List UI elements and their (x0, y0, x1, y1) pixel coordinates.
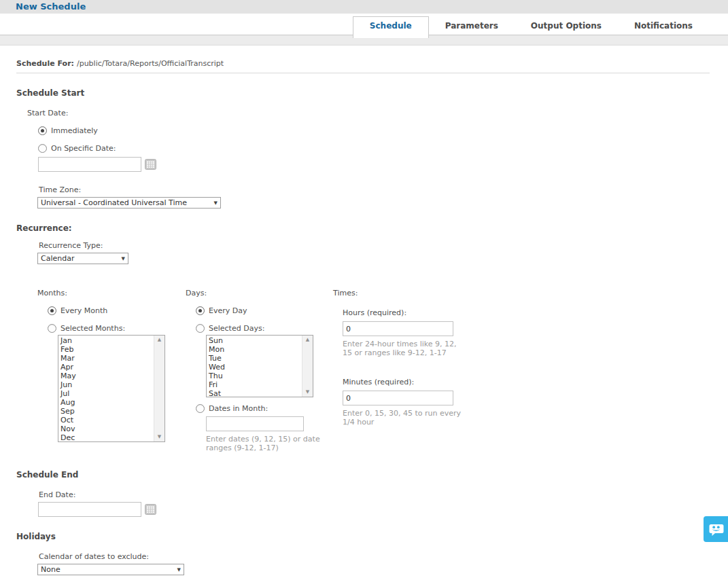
page-title: New Schedule (0, 0, 86, 14)
schedule-for-path: /public/Totara/Reports/OfficialTranscrip… (77, 59, 224, 68)
radio-icon[interactable] (196, 306, 205, 315)
radio-label: Dates in Month: (209, 404, 268, 413)
time-zone-value: Universal - Coordinated Universal Time (41, 198, 211, 208)
holidays-heading: Holidays (16, 532, 710, 541)
chevron-down-icon: ▼ (214, 200, 218, 206)
divider (16, 73, 710, 73)
listbox-option[interactable]: May (58, 372, 154, 380)
listbox-option[interactable]: Sep (58, 407, 154, 416)
scroll-down-icon[interactable]: ▼ (306, 390, 309, 395)
calendar-icon[interactable] (145, 504, 156, 515)
minutes-hint: Enter 0, 15, 30, 45 to run every 1/4 hou… (343, 409, 468, 427)
days-label: Days: (186, 289, 333, 297)
specific-date-row (38, 157, 710, 172)
months-column: Months: Every Month Selected Months: Jan… (37, 289, 186, 452)
radio-label: Every Month (60, 306, 107, 315)
chat-help-button[interactable] (704, 516, 728, 542)
hours-hint: Enter 24-hour times like 9, 12, 15 or ra… (343, 340, 468, 357)
radio-icon[interactable] (196, 324, 205, 333)
scroll-up-icon[interactable]: ▲ (158, 338, 161, 342)
scroll-down-icon[interactable]: ▼ (158, 435, 161, 439)
listbox-option[interactable]: Jul (58, 389, 154, 398)
listbox-option[interactable]: Sun (207, 336, 302, 345)
months-options: JanFebMarAprMayJunJulAugSepOctNovDec (58, 336, 154, 441)
holidays-calendar-label: Calendar of dates to exclude: (39, 552, 710, 561)
tab-output-options[interactable]: Output Options (515, 16, 618, 35)
times-label: Times: (333, 289, 489, 297)
tab-parameters[interactable]: Parameters (429, 16, 515, 35)
months-label: Months: (37, 289, 186, 297)
minutes-label: Minutes (required): (343, 378, 489, 386)
scrollbar[interactable]: ▲ ▼ (154, 336, 164, 441)
chevron-down-icon: ▼ (122, 256, 125, 261)
hours-label: Hours (required): (343, 308, 489, 317)
chat-smiley-icon (707, 520, 725, 538)
radio-dates-in-month[interactable]: Dates in Month: (196, 404, 333, 413)
radio-every-day[interactable]: Every Day (196, 306, 333, 315)
listbox-option[interactable]: Wed (207, 363, 302, 372)
radio-label: Selected Days: (209, 324, 264, 333)
end-date-input[interactable] (38, 502, 141, 517)
listbox-option[interactable]: Feb (58, 345, 154, 354)
end-date-label: End Date: (39, 490, 710, 499)
calendar-icon[interactable] (145, 159, 156, 170)
dates-in-month-input[interactable] (206, 416, 304, 431)
holidays-calendar-value: None (41, 564, 175, 575)
listbox-option[interactable]: Thu (207, 372, 302, 380)
days-options: SunMonTueWedThuFriSat (207, 336, 302, 397)
radio-icon[interactable] (48, 306, 56, 315)
months-listbox[interactable]: JanFebMarAprMayJunJulAugSepOctNovDec ▲ ▼ (58, 335, 165, 442)
schedule-for-label: Schedule For: (16, 59, 74, 68)
page-header: New Schedule (0, 0, 728, 14)
listbox-option[interactable]: Mar (58, 354, 154, 363)
calendar-recurrence-columns: Months: Every Month Selected Months: Jan… (37, 289, 710, 452)
days-listbox[interactable]: SunMonTueWedThuFriSat ▲ ▼ (206, 335, 313, 397)
schedule-form: Schedule For:/public/Totara/Reports/Offi… (0, 59, 728, 575)
specific-date-input[interactable] (38, 157, 141, 172)
recurrence-heading: Recurrence: (16, 223, 710, 233)
radio-icon[interactable] (48, 324, 56, 333)
listbox-option[interactable]: Sat (207, 389, 302, 397)
listbox-option[interactable]: Mon (207, 345, 302, 354)
schedule-for-row: Schedule For:/public/Totara/Reports/Offi… (16, 59, 710, 68)
time-zone-label: Time Zone: (39, 185, 710, 194)
radio-label: Immediately (51, 126, 98, 135)
chevron-down-icon: ▼ (177, 567, 181, 573)
listbox-option[interactable]: Nov (58, 425, 154, 433)
radio-immediately[interactable]: Immediately (38, 126, 710, 135)
end-date-row (38, 502, 710, 517)
listbox-option[interactable]: Oct (58, 416, 154, 425)
tab-notifications[interactable]: Notifications (618, 16, 709, 35)
listbox-option[interactable]: Jun (58, 380, 154, 389)
radio-icon[interactable] (38, 144, 47, 153)
radio-on-specific-date[interactable]: On Specific Date: (38, 144, 710, 153)
listbox-option[interactable]: Jan (58, 336, 154, 345)
holidays-calendar-select[interactable]: None ▼ (37, 564, 184, 575)
hours-input[interactable] (343, 321, 453, 336)
listbox-option[interactable]: Tue (207, 354, 302, 363)
dates-in-month-hint: Enter dates (9, 12, 15) or date ranges (… (206, 435, 325, 452)
scroll-up-icon[interactable]: ▲ (306, 338, 309, 342)
radio-icon[interactable] (196, 404, 205, 413)
start-date-label: Start Date: (27, 109, 710, 118)
listbox-option[interactable]: Fri (207, 380, 302, 389)
recurrence-type-select[interactable]: Calendar ▼ (37, 253, 128, 264)
radio-icon[interactable] (38, 126, 47, 135)
times-column: Times: Hours (required): Enter 24-hour t… (333, 289, 489, 452)
time-zone-select[interactable]: Universal - Coordinated Universal Time ▼ (37, 197, 221, 209)
radio-every-month[interactable]: Every Month (48, 306, 186, 315)
recurrence-type-value: Calendar (41, 253, 119, 264)
listbox-option[interactable]: Apr (58, 363, 154, 372)
minutes-input[interactable] (343, 391, 453, 405)
radio-label: On Specific Date: (51, 144, 116, 153)
radio-selected-days[interactable]: Selected Days: (196, 324, 333, 333)
tab-schedule[interactable]: Schedule (353, 16, 429, 38)
listbox-option[interactable]: Aug (58, 398, 154, 407)
radio-selected-months[interactable]: Selected Months: (48, 324, 186, 333)
days-column: Days: Every Day Selected Days: SunMonTue… (186, 289, 333, 452)
schedule-end-heading: Schedule End (16, 470, 710, 480)
schedule-start-heading: Schedule Start (16, 88, 710, 98)
scrollbar[interactable]: ▲ ▼ (302, 336, 313, 397)
radio-label: Every Day (209, 306, 247, 315)
listbox-option[interactable]: Dec (58, 433, 154, 441)
